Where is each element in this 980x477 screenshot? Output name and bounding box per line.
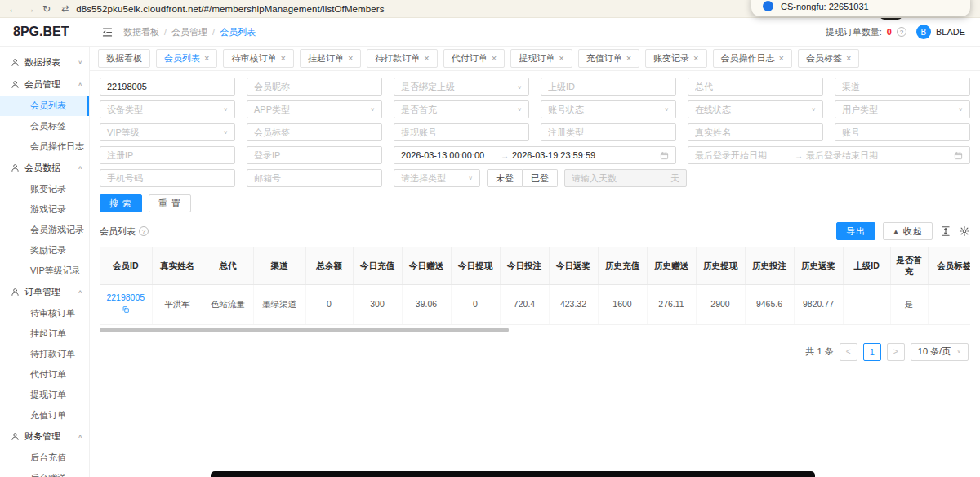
collapse-filters-button[interactable]: ▲ 收起 [883,222,933,240]
site-info-icon[interactable]: ⇄ [61,3,69,14]
account-status-select[interactable]: 账号状态∨ [541,100,676,118]
register-date-range[interactable]: → [394,146,676,164]
account-input[interactable] [835,123,970,141]
tab-dashboard[interactable]: 数据看板 [98,49,150,68]
tab-member-operation-log[interactable]: 会员操作日志× [713,49,792,68]
table-help-icon[interactable]: ? [139,226,149,236]
bind-superior-select[interactable]: 是否绑定上级∨ [394,78,529,96]
user-type-select[interactable]: 用户类型∨ [835,100,970,118]
first-deposit-select[interactable]: 是否首充∨ [394,100,529,118]
member-tag-input[interactable] [247,123,382,141]
email-input-field[interactable] [254,173,375,183]
sidebar-group-member-data[interactable]: 会员数据∧ [0,157,89,179]
sidebar-item-pending-review-orders[interactable]: 待审核订单 [0,303,89,323]
logged-button[interactable]: 已登 [523,169,558,187]
channel-input-field[interactable] [842,82,963,91]
sidebar-item-pending-payment-orders[interactable]: 待打款订单 [0,344,89,364]
type-select[interactable]: 请选择类型∨ [394,169,480,187]
sidebar-group-member-management[interactable]: 会员管理∧ [0,74,89,96]
sidebar-item-member-list[interactable]: 会员列表 [0,96,89,116]
tab-pending-payment-orders[interactable]: 待打款订单× [367,49,437,68]
current-page-button[interactable]: 1 [863,343,881,361]
sidebar-item-backend-gift[interactable]: 后台赠送 [0,468,89,477]
export-button[interactable]: 导出 [836,222,875,240]
login-ip-input[interactable] [247,146,382,164]
login-ip-input-field[interactable] [254,150,375,160]
app-type-select[interactable]: APP类型∨ [247,100,382,118]
close-icon[interactable]: × [693,54,698,63]
url-text[interactable]: d8s552pku5elk.cloudfront.net/#/membershi… [76,4,384,14]
tab-withdraw-orders[interactable]: 提现订单× [510,49,572,68]
browser-back-icon[interactable]: ← [8,4,18,14]
breadcrumb-item[interactable]: 会员列表 [220,26,256,38]
register-type-input[interactable] [541,123,676,141]
close-icon[interactable]: × [779,54,784,63]
member-nickname-input-field[interactable] [254,82,375,91]
member-nickname-input[interactable] [247,78,382,96]
last-login-date-range[interactable]: → [688,146,970,164]
phone-input[interactable] [100,169,235,187]
tab-suspended-orders[interactable]: 挂起订单× [300,49,361,68]
browser-reload-icon[interactable]: ↻ [42,4,51,14]
sidebar-item-deposit-orders[interactable]: 充值订单 [0,405,89,426]
help-icon[interactable]: ? [897,27,906,37]
close-icon[interactable]: × [204,54,209,63]
online-status-select[interactable]: 在线状态∨ [688,100,823,118]
next-page-button[interactable]: > [887,343,905,361]
reset-button[interactable]: 重 置 [149,194,191,212]
scrollbar-thumb[interactable] [100,328,509,332]
superior-id-input[interactable] [541,78,676,96]
search-button[interactable]: 搜 索 [100,194,142,212]
sidebar-item-member-tags[interactable]: 会员标签 [0,116,89,136]
vip-level-select[interactable]: VIP等级∨ [100,123,235,141]
sidebar-item-backend-deposit[interactable]: 后台充值 [0,448,89,468]
real-name-input[interactable] [688,123,823,141]
sidebar-item-account-change-records[interactable]: 账变记录 [0,179,89,199]
member-tag-input-field[interactable] [254,127,375,137]
user-avatar[interactable]: B [916,25,931,39]
account-input-field[interactable] [842,127,963,137]
sidebar-item-suspended-orders[interactable]: 挂起订单 [0,323,89,344]
close-icon[interactable]: × [492,54,497,63]
member-id-input[interactable] [100,78,235,96]
phone-input-field[interactable] [107,173,228,183]
last-login-date-range-start[interactable] [695,150,791,160]
sidebar-item-member-operation-log[interactable]: 会员操作日志 [0,136,89,157]
register-ip-input[interactable] [100,146,235,164]
tab-pending-review-orders[interactable]: 待审核订单× [223,49,293,68]
close-icon[interactable]: × [626,54,631,63]
channel-input[interactable] [835,78,970,96]
user-name[interactable]: BLADE [936,27,965,37]
sidebar-group-order-management[interactable]: 订单管理∧ [0,281,89,303]
last-login-date-range-end[interactable] [806,150,951,160]
sidebar-group-finance-management[interactable]: 财务管理∧ [0,426,89,448]
prev-page-button[interactable]: < [840,343,858,361]
copy-icon[interactable] [122,305,130,314]
tab-proxy-payment-orders[interactable]: 代付订单× [443,49,505,68]
email-input[interactable] [247,169,382,187]
sidebar-item-reward-records[interactable]: 奖励记录 [0,240,89,261]
breadcrumb-item[interactable]: 数据看板 [123,26,159,38]
browser-forward-icon[interactable]: → [25,4,35,14]
row-height-icon[interactable] [940,225,951,237]
not-logged-button[interactable]: 未登 [487,169,523,187]
close-icon[interactable]: × [348,54,353,63]
register-type-input-field[interactable] [548,127,669,137]
page-size-select[interactable]: 10 条/页∨ [911,343,969,361]
sidebar-group-data-reports[interactable]: 数据报表∨ [0,51,89,74]
sidebar-item-withdraw-orders[interactable]: 提现订单 [0,385,89,405]
real-name-input-field[interactable] [695,127,816,137]
breadcrumb-item[interactable]: 会员管理 [172,26,207,38]
tab-deposit-orders[interactable]: 充值订单× [578,49,639,68]
sidebar-item-proxy-payment-orders[interactable]: 代付订单 [0,364,89,385]
general-agent-input-field[interactable] [695,82,816,91]
collapse-sidebar-icon[interactable] [101,26,114,38]
tab-member-tags[interactable]: 会员标签× [798,49,859,68]
sidebar-item-vip-level-records[interactable]: VIP等级记录 [0,261,89,281]
sidebar-item-member-game-records[interactable]: 会员游戏记录 [0,220,89,240]
close-icon[interactable]: × [280,54,285,63]
close-icon[interactable]: × [846,54,851,63]
device-type-select[interactable]: 设备类型∨ [100,100,235,118]
superior-id-input-field[interactable] [548,82,669,91]
register-date-range-end[interactable] [512,150,657,160]
